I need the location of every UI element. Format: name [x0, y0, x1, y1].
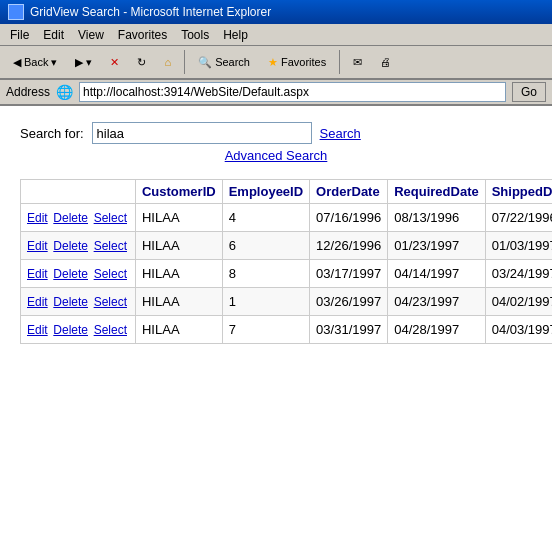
title-bar: GridView Search - Microsoft Internet Exp… [0, 0, 552, 24]
address-label: Address [6, 85, 50, 99]
menu-edit[interactable]: Edit [37, 26, 70, 44]
advanced-search-container: Advanced Search [20, 148, 532, 163]
col-header-customerid: CustomerID [135, 180, 222, 204]
refresh-button[interactable]: ↻ [130, 52, 153, 73]
action-edit-link[interactable]: Edit [27, 239, 48, 253]
col-header-employeeid: EmployeeID [222, 180, 309, 204]
toolbar-divider-2 [339, 50, 340, 74]
col-header-shippeddate: ShippedDate [485, 180, 552, 204]
window-title: GridView Search - Microsoft Internet Exp… [30, 5, 271, 19]
menu-view[interactable]: View [72, 26, 110, 44]
print-button[interactable]: 🖨 [373, 52, 398, 72]
customer-id-cell: HILAA [135, 316, 222, 344]
action-cell: Edit Delete Select [21, 288, 136, 316]
ie-icon [8, 4, 24, 20]
grid-header-row: CustomerID EmployeeID OrderDate Required… [21, 180, 553, 204]
required-date-cell: 04/14/1997 [388, 260, 486, 288]
back-dropdown-icon: ▾ [51, 56, 57, 69]
advanced-search-link[interactable]: Advanced Search [225, 148, 328, 163]
toolbar: ◀ Back ▾ ▶ ▾ ✕ ↻ ⌂ 🔍 Search ★ Favorites … [0, 46, 552, 80]
table-row: Edit Delete SelectHILAA103/26/199704/23/… [21, 288, 553, 316]
customer-id-cell: HILAA [135, 232, 222, 260]
action-edit-link[interactable]: Edit [27, 295, 48, 309]
stop-icon: ✕ [110, 56, 119, 69]
action-cell: Edit Delete Select [21, 316, 136, 344]
order-date-cell: 03/17/1997 [310, 260, 388, 288]
action-cell: Edit Delete Select [21, 260, 136, 288]
order-date-cell: 07/16/1996 [310, 204, 388, 232]
home-button[interactable]: ⌂ [157, 52, 178, 72]
shipped-date-cell: 01/03/1997 [485, 232, 552, 260]
menu-tools[interactable]: Tools [175, 26, 215, 44]
action-select-link[interactable]: Select [94, 295, 127, 309]
action-delete-link[interactable]: Delete [53, 323, 88, 337]
employee-id-cell: 8 [222, 260, 309, 288]
address-bar: Address 🌐 Go [0, 80, 552, 106]
customer-id-cell: HILAA [135, 288, 222, 316]
mail-icon: ✉ [353, 56, 362, 69]
address-input[interactable] [79, 82, 506, 102]
action-select-link[interactable]: Select [94, 323, 127, 337]
forward-button[interactable]: ▶ ▾ [68, 52, 99, 73]
favorites-button[interactable]: ★ Favorites [261, 52, 333, 73]
print-icon: 🖨 [380, 56, 391, 68]
order-date-cell: 03/26/1997 [310, 288, 388, 316]
forward-arrow-icon: ▶ [75, 56, 83, 69]
shipped-date-cell: 04/03/1997 [485, 316, 552, 344]
table-row: Edit Delete SelectHILAA703/31/199704/28/… [21, 316, 553, 344]
search-form: Search for: Search [20, 122, 532, 144]
toolbar-divider-1 [184, 50, 185, 74]
menu-favorites[interactable]: Favorites [112, 26, 173, 44]
col-header-orderdate: OrderDate [310, 180, 388, 204]
employee-id-cell: 7 [222, 316, 309, 344]
action-select-link[interactable]: Select [94, 211, 127, 225]
page-content: Search for: Search Advanced Search Custo… [0, 106, 552, 360]
fwd-dropdown-icon: ▾ [86, 56, 92, 69]
star-icon: ★ [268, 56, 278, 69]
action-delete-link[interactable]: Delete [53, 239, 88, 253]
employee-id-cell: 4 [222, 204, 309, 232]
action-select-link[interactable]: Select [94, 267, 127, 281]
shipped-date-cell: 07/22/1996 [485, 204, 552, 232]
action-delete-link[interactable]: Delete [53, 211, 88, 225]
order-date-cell: 12/26/1996 [310, 232, 388, 260]
shipped-date-cell: 04/02/1997 [485, 288, 552, 316]
table-row: Edit Delete SelectHILAA407/16/199608/13/… [21, 204, 553, 232]
employee-id-cell: 1 [222, 288, 309, 316]
stop-button[interactable]: ✕ [103, 52, 126, 73]
action-edit-link[interactable]: Edit [27, 211, 48, 225]
address-bar-icon: 🌐 [56, 84, 73, 100]
employee-id-cell: 6 [222, 232, 309, 260]
action-delete-link[interactable]: Delete [53, 267, 88, 281]
action-cell: Edit Delete Select [21, 232, 136, 260]
search-icon: 🔍 [198, 56, 212, 69]
shipped-date-cell: 03/24/1997 [485, 260, 552, 288]
menu-file[interactable]: File [4, 26, 35, 44]
required-date-cell: 01/23/1997 [388, 232, 486, 260]
required-date-cell: 08/13/1996 [388, 204, 486, 232]
customer-id-cell: HILAA [135, 204, 222, 232]
order-date-cell: 03/31/1997 [310, 316, 388, 344]
action-edit-link[interactable]: Edit [27, 267, 48, 281]
data-grid: CustomerID EmployeeID OrderDate Required… [20, 179, 552, 344]
table-row: Edit Delete SelectHILAA612/26/199601/23/… [21, 232, 553, 260]
action-edit-link[interactable]: Edit [27, 323, 48, 337]
search-link[interactable]: Search [320, 126, 361, 141]
action-select-link[interactable]: Select [94, 239, 127, 253]
back-arrow-icon: ◀ [13, 56, 21, 69]
go-button[interactable]: Go [512, 82, 546, 102]
action-cell: Edit Delete Select [21, 204, 136, 232]
search-for-label: Search for: [20, 126, 84, 141]
required-date-cell: 04/23/1997 [388, 288, 486, 316]
customer-id-cell: HILAA [135, 260, 222, 288]
required-date-cell: 04/28/1997 [388, 316, 486, 344]
menu-help[interactable]: Help [217, 26, 254, 44]
back-button[interactable]: ◀ Back ▾ [6, 52, 64, 73]
search-button[interactable]: 🔍 Search [191, 52, 257, 73]
search-input[interactable] [92, 122, 312, 144]
mail-button[interactable]: ✉ [346, 52, 369, 73]
refresh-icon: ↻ [137, 56, 146, 69]
action-delete-link[interactable]: Delete [53, 295, 88, 309]
menu-bar: File Edit View Favorites Tools Help [0, 24, 552, 46]
home-icon: ⌂ [164, 56, 171, 68]
